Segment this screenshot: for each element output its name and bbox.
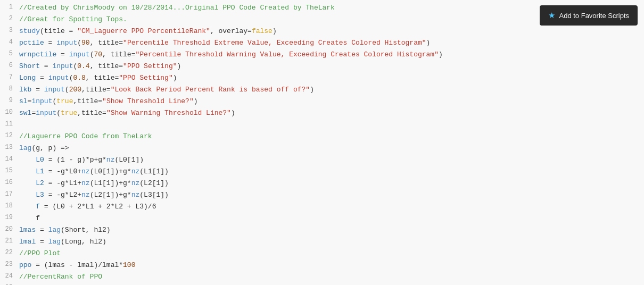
line-content-6: Short = input(0.4, title="PPO Setting") — [19, 61, 644, 72]
code-line-4: 4 pctile = input(90, title="Percentile T… — [0, 37, 644, 49]
line-content-21: lmal = lag(Long, hl2) — [19, 237, 644, 247]
code-line-11: 11 — [0, 119, 644, 131]
line-num-6: 6 — [0, 61, 19, 69]
line-num-23: 23 — [0, 260, 19, 268]
code-line-5: 5 wrnpctile = input(70, title="Percentil… — [0, 49, 644, 61]
code-line-25: 25 pctRank = percentrank(ppo, lkb) — [0, 283, 644, 285]
main-container: ★ Add to Favorite Scripts 1 //Created by… — [0, 0, 644, 285]
line-num-5: 5 — [0, 49, 19, 57]
line-content-15: L1 = -g*L0+nz(L0[1])+g*nz(L1[1]) — [19, 166, 644, 177]
code-line-16: 16 L2 = -g*L1+nz(L1[1])+g*nz(L2[1]) — [0, 178, 644, 189]
line-content-14: L0 = (1 - g)*p+g*nz(L0[1]) — [19, 155, 644, 165]
line-num-8: 8 — [0, 85, 19, 93]
line-content-20: lmas = lag(Short, hl2) — [19, 225, 644, 236]
line-content-12: //Laguerre PPO Code from TheLark — [19, 131, 644, 142]
code-line-7: 7 Long = input(0.8, title="PPO Setting") — [0, 72, 644, 84]
line-content-9: sl=input(true,title="Show Threshold Line… — [19, 96, 644, 107]
code-line-17: 17 L3 = -g*L2+nz(L2[1])+g*nz(L3[1]) — [0, 189, 644, 201]
code-line-12: 12 //Laguerre PPO Code from TheLark — [0, 131, 644, 142]
line-content-13: lag(g, p) => — [19, 143, 644, 154]
code-line-13: 13 lag(g, p) => — [0, 142, 644, 154]
code-line-6: 6 Short = input(0.4, title="PPO Setting"… — [0, 61, 644, 72]
line-num-3: 3 — [0, 26, 19, 34]
code-editor: 1 //Created by ChrisMoody on 10/28/2014.… — [0, 0, 644, 285]
code-line-20: 20 lmas = lag(Short, hl2) — [0, 224, 644, 236]
line-num-22: 22 — [0, 248, 19, 256]
line-num-11: 11 — [0, 120, 19, 128]
line-num-15: 15 — [0, 166, 19, 174]
line-num-14: 14 — [0, 155, 19, 163]
line-num-1: 1 — [0, 3, 19, 11]
line-num-7: 7 — [0, 73, 19, 81]
line-content-8: lkb = input(200,title="Look Back Period … — [19, 85, 644, 95]
code-line-23: 23 ppo = (lmas - lmal)/lmal*100 — [0, 259, 644, 271]
line-num-24: 24 — [0, 272, 19, 280]
code-line-22: 22 //PPO Plot — [0, 248, 644, 259]
line-num-19: 19 — [0, 213, 19, 221]
line-content-19: f — [19, 213, 644, 224]
code-line-21: 21 lmal = lag(Long, hl2) — [0, 236, 644, 248]
star-icon: ★ — [548, 11, 555, 20]
favorite-button-label: Add to Favorite Scripts — [559, 12, 630, 20]
line-content-4: pctile = input(90, title="Percentile Thr… — [19, 38, 644, 48]
line-num-16: 16 — [0, 178, 19, 186]
line-content-24: //PercentRank of PPO — [19, 272, 644, 282]
line-num-4: 4 — [0, 38, 19, 46]
toolbar: ★ Add to Favorite Scripts — [533, 0, 645, 31]
code-line-14: 14 L0 = (1 - g)*p+g*nz(L0[1]) — [0, 154, 644, 166]
favorite-button[interactable]: ★ Add to Favorite Scripts — [540, 5, 638, 26]
code-line-15: 15 L1 = -g*L0+nz(L0[1])+g*nz(L1[1]) — [0, 166, 644, 178]
line-num-12: 12 — [0, 131, 19, 139]
line-content-7: Long = input(0.8, title="PPO Setting") — [19, 73, 644, 83]
line-content-5: wrnpctile = input(70, title="Percentile … — [19, 49, 644, 60]
code-line-24: 24 //PercentRank of PPO — [0, 271, 644, 283]
line-num-10: 10 — [0, 108, 19, 116]
line-content-11 — [19, 120, 644, 130]
code-line-19: 19 f — [0, 213, 644, 224]
line-content-16: L2 = -g*L1+nz(L1[1])+g*nz(L2[1]) — [19, 178, 644, 189]
line-num-13: 13 — [0, 143, 19, 151]
code-line-10: 10 swl=input(true,title="Show Warning Th… — [0, 107, 644, 119]
line-content-18: f = (L0 + 2*L1 + 2*L2 + L3)/6 — [19, 202, 644, 212]
code-line-18: 18 f = (L0 + 2*L1 + 2*L2 + L3)/6 — [0, 201, 644, 213]
line-num-2: 2 — [0, 14, 19, 22]
line-num-20: 20 — [0, 225, 19, 233]
line-num-18: 18 — [0, 202, 19, 209]
line-num-9: 9 — [0, 96, 19, 104]
line-num-17: 17 — [0, 190, 19, 198]
line-content-17: L3 = -g*L2+nz(L2[1])+g*nz(L3[1]) — [19, 190, 644, 200]
code-line-8: 8 lkb = input(200,title="Look Back Perio… — [0, 84, 644, 96]
line-num-21: 21 — [0, 237, 19, 245]
line-content-22: //PPO Plot — [19, 248, 644, 259]
line-content-23: ppo = (lmas - lmal)/lmal*100 — [19, 260, 644, 271]
line-content-10: swl=input(true,title="Show Warning Thres… — [19, 108, 644, 119]
code-line-9: 9 sl=input(true,title="Show Threshold Li… — [0, 96, 644, 107]
